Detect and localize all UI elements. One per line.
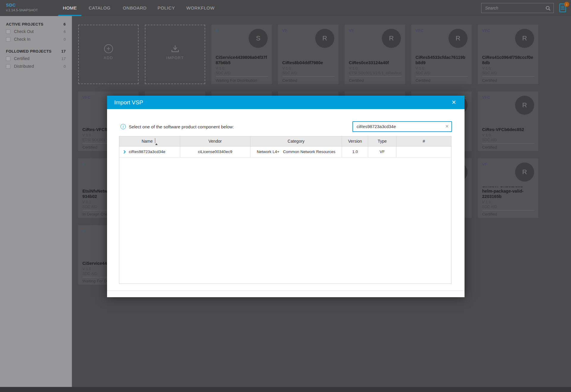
avatar: R	[315, 29, 334, 48]
card-name: CiRes41c0964f758cccf0e8db	[482, 53, 534, 65]
add-card-button[interactable]: + ADD	[78, 25, 139, 84]
check-out-label: Check Out	[14, 29, 34, 34]
card-type-badge: VF	[482, 162, 487, 166]
card-status: Waiting For Distribution	[216, 78, 257, 83]
check-in-label: Check In	[14, 37, 30, 42]
header-search	[481, 3, 554, 13]
expand-chevron-icon[interactable]	[122, 150, 126, 153]
card-type-badge: VFC	[415, 28, 424, 33]
card-cires41c0964[interactable]: VFC R CiRes41c0964f758cccf0e8db V 1.0 SD…	[478, 25, 538, 84]
distributed-checkbox[interactable]	[6, 64, 10, 69]
card-divider	[415, 76, 468, 77]
column-header-type[interactable]: Type	[368, 136, 396, 146]
filter-check-in[interactable]: Check In 0	[0, 35, 72, 43]
certified-checkbox[interactable]	[6, 56, 10, 61]
active-projects-section: ACTIVE PROJECTS 6 Check Out 6 Check In 0	[0, 20, 72, 43]
card-type-badge: VF	[282, 28, 288, 33]
sort-asc-icon	[155, 136, 158, 146]
card-type-badge: VF	[349, 28, 354, 33]
card-cires54533[interactable]: VFC R CiRes54533cfdac76119bb8d9 V 1.0 SD…	[411, 25, 472, 84]
card-type-badge: S	[216, 28, 218, 33]
card-divider	[282, 76, 335, 77]
header-search-input[interactable]	[481, 3, 553, 13]
tab-catalog[interactable]: CATALOG	[87, 0, 112, 16]
card-category: SDC AID	[282, 71, 335, 75]
column-header-version[interactable]: Version	[342, 136, 368, 146]
vsp-table-row[interactable]: ciRes98723a3cd34e ciLicense00340ec9 Netw…	[119, 147, 451, 158]
filter-certified[interactable]: Certified 17	[0, 55, 72, 62]
vsp-row-version: 1.0	[342, 147, 368, 157]
card-status: Certified	[82, 145, 97, 149]
card-type-badge: VFC	[82, 95, 91, 100]
page-bottom-strip	[0, 387, 571, 392]
card-version: V 1.0	[349, 66, 357, 70]
card-version: V 1.0	[282, 66, 291, 70]
card-type-badge: VFC	[482, 95, 490, 100]
filter-check-out[interactable]: Check Out 6	[0, 28, 72, 35]
card-name: CiService4439806a04f37f87b6b5	[216, 53, 268, 65]
app-logo-text: SDC	[6, 2, 38, 7]
vsp-search-input[interactable]	[352, 121, 452, 132]
card-version: V 1.0	[482, 133, 491, 137]
card-cires0ce33124[interactable]: VF R CiRes0ce33124a40f V 1.0 ETSI SOL001…	[345, 25, 405, 84]
column-header-vendor[interactable]: Vendor	[180, 136, 250, 146]
distributed-count: 0	[64, 64, 66, 69]
card-status: Certified	[482, 212, 497, 216]
card-divider	[482, 143, 535, 144]
modal-header: Import VSP ×	[107, 96, 465, 109]
clear-search-icon[interactable]: ×	[443, 121, 451, 132]
tab-policy[interactable]: POLICY	[155, 0, 178, 16]
followed-projects-title: FOLLOWED PROJECTS	[6, 49, 51, 53]
card-name: CiRes-VFCb6dec852	[482, 120, 534, 132]
card-category: ETSI SOL001 V2.5.1_ciRes0ce3...	[349, 71, 402, 75]
avatar: R	[515, 29, 534, 48]
active-projects-title: ACTIVE PROJECTS	[6, 22, 43, 26]
card-ciresvfonboarded-helm[interactable]: VF R CiResVFOnboarded-helm-package-valid…	[478, 158, 538, 218]
left-filter-sidebar: ACTIVE PROJECTS 6 Check Out 6 Check In 0…	[0, 16, 72, 387]
avatar: R	[515, 163, 534, 182]
modal-title: Import VSP	[114, 96, 143, 109]
avatar: R	[382, 29, 401, 48]
card-ciservice4439806a[interactable]: S S CiService4439806a04f37f87b6b5 V 1.0 …	[211, 25, 272, 84]
import-card-button[interactable]: IMPORT	[145, 25, 205, 84]
top-header-bar: SDC v.1.14.5-SNAPSHOT HOME CATALOG ONBOA…	[0, 0, 571, 16]
info-icon: i	[120, 124, 126, 129]
card-version: V 1.0	[216, 66, 224, 70]
filter-distributed[interactable]: Distributed 0	[0, 62, 72, 70]
vsp-row-category: Network L4+Common Network Resources	[250, 147, 342, 157]
card-name: CiRes54533cfdac76119bb8d9	[415, 53, 468, 65]
card-version: V 1.0	[415, 66, 424, 70]
distribution-report-icon[interactable]: ↓	[559, 3, 568, 13]
modal-info-row: i Select one of the software product com…	[120, 121, 234, 132]
card-type-badge: S	[82, 162, 85, 166]
tab-workflow[interactable]: WORKFLOW	[185, 0, 216, 16]
followed-projects-count: 17	[61, 49, 66, 53]
close-icon[interactable]: ×	[448, 96, 459, 109]
card-status: Certified	[349, 78, 364, 83]
tab-home[interactable]: HOME	[58, 0, 81, 16]
avatar: S	[249, 29, 268, 48]
card-divider	[482, 76, 535, 77]
column-header-category[interactable]: Category	[250, 136, 342, 146]
check-out-checkbox[interactable]	[6, 29, 10, 34]
certified-label: Certified	[14, 56, 29, 61]
card-cires-vfcb6dec852[interactable]: VFC R CiRes-VFCb6dec852 V 1.0 SDC AID Ce…	[478, 92, 538, 151]
vsp-table: Name Vendor Category Version Type # ciRe…	[119, 136, 451, 284]
vsp-row-type: VF	[368, 147, 396, 157]
card-version: V 1.0	[482, 66, 491, 70]
column-header-count[interactable]: #	[396, 136, 451, 146]
vsp-row-name[interactable]: ciRes98723a3cd34e	[119, 147, 180, 157]
add-label: ADD	[79, 56, 138, 60]
card-status: Certified	[415, 78, 430, 83]
card-status: Waiting For Dist	[82, 279, 111, 283]
check-in-checkbox[interactable]	[6, 37, 10, 42]
tab-onboard[interactable]: ONBOARD	[122, 0, 148, 16]
card-version: V 1.0	[82, 133, 91, 137]
card-cires8b04ddf[interactable]: VF R CiRes8b04ddf7980e V 1.0 SDC AID Cer…	[278, 25, 338, 84]
card-status: Certified	[282, 78, 297, 83]
app-logo[interactable]: SDC v.1.14.5-SNAPSHOT	[6, 2, 38, 12]
card-divider	[349, 76, 401, 77]
column-header-name[interactable]: Name	[119, 136, 180, 146]
card-status: Certified	[482, 78, 497, 83]
card-version: V 1.0	[82, 267, 91, 271]
